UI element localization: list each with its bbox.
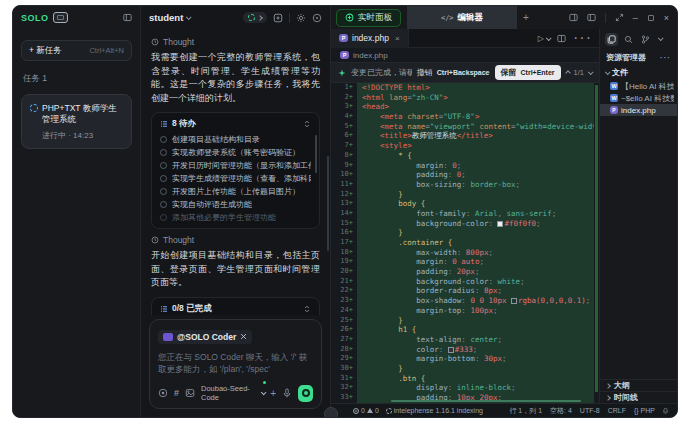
file-item[interactable]: W【Hello AI 科技数据… xyxy=(600,80,677,92)
breadcrumb[interactable]: P index.php xyxy=(331,48,599,62)
todo-item[interactable]: 开发日历时间管理功能（显示和添加工作内容） xyxy=(160,159,311,172)
sparkle-icon xyxy=(338,69,346,77)
settings-gear-icon[interactable] xyxy=(296,13,306,23)
status-item[interactable]: 行 1，列 1 xyxy=(509,406,542,416)
line-number: 14+ xyxy=(331,209,357,219)
todo-list: 创建项目基础结构和目录实现教师登录系统（账号密码验证）开发日历时间管理功能（显示… xyxy=(160,133,311,224)
close-button[interactable]: × xyxy=(664,13,669,23)
status-item[interactable]: CRLF xyxy=(608,407,626,414)
editor-tab-indexphp[interactable]: P index.php × xyxy=(331,29,409,48)
card-scrollbar[interactable] xyxy=(315,135,317,173)
todo-item[interactable]: 实现自动评语生成功能 xyxy=(160,198,311,211)
prev-change-icon[interactable] xyxy=(565,70,571,76)
agent-run-pill[interactable] xyxy=(243,12,267,23)
explorer-more-icon[interactable]: ··· xyxy=(660,53,671,62)
keep-changes-button[interactable]: 保留 Ctrl+Enter xyxy=(495,65,561,80)
close-tab-icon[interactable]: × xyxy=(395,34,400,43)
chat-scrollbar[interactable] xyxy=(327,156,329,251)
chevron-down-icon[interactable] xyxy=(656,35,664,43)
section-outline[interactable]: 大纲 xyxy=(600,379,677,391)
line-number: 15+ xyxy=(331,219,357,229)
todo-item[interactable]: 实现教师登录系统（账号密码验证） xyxy=(160,146,311,159)
minimize-button[interactable]: – xyxy=(633,13,638,23)
stop-button[interactable] xyxy=(298,385,313,402)
horizontal-scrollbar[interactable] xyxy=(391,400,581,402)
language-server-label: intelephense 1.16.1 indexing xyxy=(394,407,483,414)
chat-input-placeholder[interactable]: 您正在与 SOLO Coder 聊天，输入 '/' 获取更多能力，如 '/pla… xyxy=(158,351,313,377)
code-line: 6+ <title>教师管理系统</title> xyxy=(331,131,599,141)
model-status-dot xyxy=(263,381,266,384)
todo-item[interactable]: 创建项目基础结构和目录 xyxy=(160,133,311,146)
chat-input-box[interactable]: @SOLO Coder 您正在与 SOLO Coder 聊天，输入 '/' 获取… xyxy=(149,319,322,410)
notifications-bell-icon[interactable] xyxy=(662,407,669,414)
diff-added-marker: + xyxy=(349,161,353,169)
tab-editor-label: 编辑器 xyxy=(458,12,484,24)
status-item[interactable]: {} PHP xyxy=(634,407,655,414)
section-timeline[interactable]: 时间线 xyxy=(600,391,677,403)
task-section-label: 任务 1 xyxy=(23,73,130,85)
diff-added-marker: + xyxy=(349,180,353,188)
code-line: 22+ border-radius: 8px; xyxy=(331,286,599,296)
new-chat-icon[interactable] xyxy=(273,13,283,23)
task-card[interactable]: PHP+TXT 教师学生管理系统 进行中 · 14:23 xyxy=(21,94,132,149)
image-icon[interactable] xyxy=(185,388,195,398)
layout-sidebar-icon[interactable] xyxy=(587,13,596,22)
diff-navigation[interactable]: 1/1 xyxy=(566,68,592,77)
file-item[interactable]: W~$ello AI 科技数据】… xyxy=(600,92,677,104)
todo-item[interactable]: 添加其他必要的学生管理功能 xyxy=(160,211,311,224)
line-number: 11+ xyxy=(331,180,357,190)
todo-item-label: 添加其他必要的学生管理功能 xyxy=(172,212,276,223)
language-server-status[interactable]: intelephense 1.16.1 indexing xyxy=(386,407,483,414)
todo-item[interactable]: 开发图片上传功能（上传题目图片） xyxy=(160,185,311,198)
add-attachment-icon[interactable]: + xyxy=(270,388,276,399)
code-line: 23+ box-shadow: 0 0 10px rgba(0,0,0,0.1)… xyxy=(331,296,599,306)
tab-editor[interactable]: </> 编辑器 xyxy=(407,6,517,29)
model-selector[interactable]: Doubao-Seed-Code xyxy=(201,384,264,402)
undo-changes-button[interactable]: 撤销 Ctrl+Backspace xyxy=(417,67,490,78)
layout-panel-icon[interactable] xyxy=(569,13,578,22)
maximize-button[interactable] xyxy=(647,14,655,22)
agent-chip[interactable]: @SOLO Coder xyxy=(158,330,252,344)
expand-icon[interactable] xyxy=(615,13,624,22)
diff-overview-ruler[interactable] xyxy=(594,83,599,403)
more-actions-icon[interactable]: ··· xyxy=(573,29,592,47)
code-content[interactable]: 1+<!DOCTYPE html>2+<html lang="zh-CN">3+… xyxy=(331,83,599,403)
line-number: 27+ xyxy=(331,335,357,345)
context-settings-icon[interactable] xyxy=(158,388,168,398)
chat-message-area[interactable]: Thought 我需要创建一个完整的教师管理系统，包含登录、时间管理、学生成绩管… xyxy=(141,29,330,315)
status-item[interactable]: UTF-8 xyxy=(580,407,600,414)
status-item[interactable]: 空格: 4 xyxy=(550,406,572,416)
new-task-button[interactable]: + 新任务 Ctrl+Alt+N xyxy=(21,40,132,61)
problems-indicator[interactable]: × 0 0 xyxy=(353,407,379,414)
agent-selector[interactable]: student xyxy=(149,12,183,23)
git-branch-icon[interactable] xyxy=(639,33,652,46)
workspace-badge-icon[interactable] xyxy=(53,12,68,23)
code-line: 5+ <meta name="viewport" content="width=… xyxy=(331,122,599,132)
collapse-sidebar-icon[interactable] xyxy=(123,13,132,22)
editor-tabstrip: P index.php × ▷ ··· xyxy=(331,29,599,48)
split-editor-icon[interactable] xyxy=(557,34,566,43)
files-view-icon[interactable] xyxy=(605,33,618,46)
next-change-icon[interactable] xyxy=(588,69,594,75)
microphone-icon[interactable] xyxy=(282,388,292,398)
file-item[interactable]: Pindex.php xyxy=(600,104,677,116)
collapse-card-icon[interactable] xyxy=(303,120,311,128)
help-icon[interactable] xyxy=(312,13,322,23)
todo-item[interactable]: 实现学生成绩管理功能（查看、添加科目和成绩） xyxy=(160,172,311,185)
search-icon[interactable] xyxy=(622,33,635,46)
checkbox-circle-icon xyxy=(160,175,167,182)
diff-added-marker: + xyxy=(349,306,353,314)
tab-live-panel[interactable]: 实时面板 xyxy=(336,9,401,27)
new-view-tab-icon[interactable]: + xyxy=(523,12,529,23)
line-number: 6+ xyxy=(331,131,357,141)
code-line: 21+ background-color: white; xyxy=(331,277,599,287)
collapse-card-icon[interactable] xyxy=(303,305,311,313)
new-task-shortcut: Ctrl+Alt+N xyxy=(89,46,124,55)
hash-icon[interactable]: # xyxy=(174,388,179,398)
thought-label: Thought xyxy=(151,37,320,47)
diff-added-marker: + xyxy=(349,325,353,333)
floating-help-button[interactable] xyxy=(324,407,338,418)
folder-files[interactable]: 文件 xyxy=(600,65,677,80)
diff-added-marker: + xyxy=(349,267,353,275)
run-file-icon[interactable]: ▷ xyxy=(538,34,550,43)
